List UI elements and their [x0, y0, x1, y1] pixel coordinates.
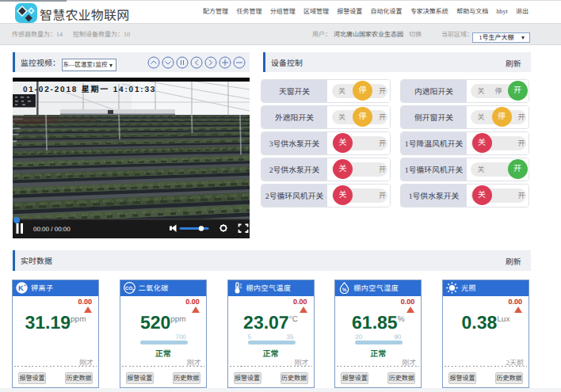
- svg-text:01-02-2018 星期一 14:01:33: 01-02-2018 星期一 14:01:33: [23, 85, 156, 94]
- svg-text:+: +: [24, 284, 26, 288]
- svg-text:2: 2: [132, 288, 134, 292]
- svg-text:CO: CO: [125, 286, 132, 291]
- svg-text:00:00 / 00:00: 00:00 / 00:00: [33, 226, 71, 233]
- svg-text:%: %: [342, 287, 347, 293]
